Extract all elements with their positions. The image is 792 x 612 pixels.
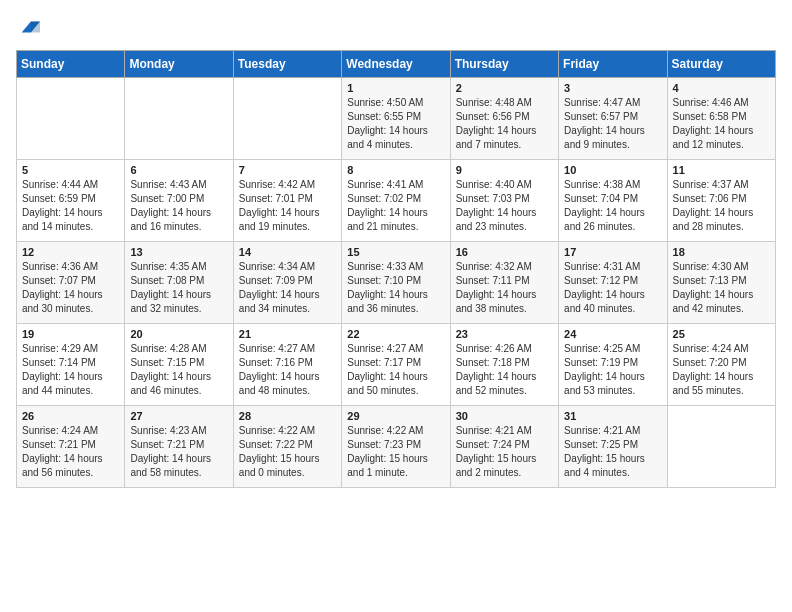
calendar-cell: 25Sunrise: 4:24 AM Sunset: 7:20 PM Dayli… (667, 324, 775, 406)
day-number: 31 (564, 410, 661, 422)
day-number: 1 (347, 82, 444, 94)
day-number: 8 (347, 164, 444, 176)
cell-content: Sunrise: 4:29 AM Sunset: 7:14 PM Dayligh… (22, 342, 119, 398)
day-number: 28 (239, 410, 336, 422)
day-number: 13 (130, 246, 227, 258)
day-number: 25 (673, 328, 770, 340)
calendar-cell: 3Sunrise: 4:47 AM Sunset: 6:57 PM Daylig… (559, 78, 667, 160)
cell-content: Sunrise: 4:27 AM Sunset: 7:16 PM Dayligh… (239, 342, 336, 398)
cell-content: Sunrise: 4:28 AM Sunset: 7:15 PM Dayligh… (130, 342, 227, 398)
cell-content: Sunrise: 4:33 AM Sunset: 7:10 PM Dayligh… (347, 260, 444, 316)
day-number: 2 (456, 82, 553, 94)
cell-content: Sunrise: 4:25 AM Sunset: 7:19 PM Dayligh… (564, 342, 661, 398)
calendar-cell: 2Sunrise: 4:48 AM Sunset: 6:56 PM Daylig… (450, 78, 558, 160)
column-header-tuesday: Tuesday (233, 51, 341, 78)
cell-content: Sunrise: 4:22 AM Sunset: 7:22 PM Dayligh… (239, 424, 336, 480)
day-number: 4 (673, 82, 770, 94)
day-number: 17 (564, 246, 661, 258)
calendar-cell: 15Sunrise: 4:33 AM Sunset: 7:10 PM Dayli… (342, 242, 450, 324)
day-number: 30 (456, 410, 553, 422)
cell-content: Sunrise: 4:47 AM Sunset: 6:57 PM Dayligh… (564, 96, 661, 152)
calendar-cell: 22Sunrise: 4:27 AM Sunset: 7:17 PM Dayli… (342, 324, 450, 406)
cell-content: Sunrise: 4:37 AM Sunset: 7:06 PM Dayligh… (673, 178, 770, 234)
day-number: 24 (564, 328, 661, 340)
calendar-cell: 18Sunrise: 4:30 AM Sunset: 7:13 PM Dayli… (667, 242, 775, 324)
calendar-cell: 14Sunrise: 4:34 AM Sunset: 7:09 PM Dayli… (233, 242, 341, 324)
calendar-cell (233, 78, 341, 160)
day-number: 11 (673, 164, 770, 176)
cell-content: Sunrise: 4:44 AM Sunset: 6:59 PM Dayligh… (22, 178, 119, 234)
calendar-cell: 4Sunrise: 4:46 AM Sunset: 6:58 PM Daylig… (667, 78, 775, 160)
calendar-cell: 16Sunrise: 4:32 AM Sunset: 7:11 PM Dayli… (450, 242, 558, 324)
cell-content: Sunrise: 4:46 AM Sunset: 6:58 PM Dayligh… (673, 96, 770, 152)
calendar-cell: 13Sunrise: 4:35 AM Sunset: 7:08 PM Dayli… (125, 242, 233, 324)
cell-content: Sunrise: 4:26 AM Sunset: 7:18 PM Dayligh… (456, 342, 553, 398)
calendar-cell: 31Sunrise: 4:21 AM Sunset: 7:25 PM Dayli… (559, 406, 667, 488)
calendar-cell: 12Sunrise: 4:36 AM Sunset: 7:07 PM Dayli… (17, 242, 125, 324)
day-number: 20 (130, 328, 227, 340)
day-number: 18 (673, 246, 770, 258)
cell-content: Sunrise: 4:32 AM Sunset: 7:11 PM Dayligh… (456, 260, 553, 316)
day-number: 26 (22, 410, 119, 422)
calendar-week-row: 26Sunrise: 4:24 AM Sunset: 7:21 PM Dayli… (17, 406, 776, 488)
calendar-cell: 23Sunrise: 4:26 AM Sunset: 7:18 PM Dayli… (450, 324, 558, 406)
day-number: 14 (239, 246, 336, 258)
day-number: 22 (347, 328, 444, 340)
cell-content: Sunrise: 4:40 AM Sunset: 7:03 PM Dayligh… (456, 178, 553, 234)
day-number: 29 (347, 410, 444, 422)
calendar-table: SundayMondayTuesdayWednesdayThursdayFrid… (16, 50, 776, 488)
calendar-cell: 6Sunrise: 4:43 AM Sunset: 7:00 PM Daylig… (125, 160, 233, 242)
day-number: 10 (564, 164, 661, 176)
page-header (16, 16, 776, 38)
cell-content: Sunrise: 4:21 AM Sunset: 7:24 PM Dayligh… (456, 424, 553, 480)
logo (16, 16, 40, 38)
column-header-saturday: Saturday (667, 51, 775, 78)
cell-content: Sunrise: 4:24 AM Sunset: 7:20 PM Dayligh… (673, 342, 770, 398)
calendar-cell: 26Sunrise: 4:24 AM Sunset: 7:21 PM Dayli… (17, 406, 125, 488)
calendar-cell (125, 78, 233, 160)
cell-content: Sunrise: 4:34 AM Sunset: 7:09 PM Dayligh… (239, 260, 336, 316)
calendar-week-row: 19Sunrise: 4:29 AM Sunset: 7:14 PM Dayli… (17, 324, 776, 406)
column-header-monday: Monday (125, 51, 233, 78)
calendar-cell: 7Sunrise: 4:42 AM Sunset: 7:01 PM Daylig… (233, 160, 341, 242)
cell-content: Sunrise: 4:22 AM Sunset: 7:23 PM Dayligh… (347, 424, 444, 480)
day-number: 27 (130, 410, 227, 422)
calendar-week-row: 1Sunrise: 4:50 AM Sunset: 6:55 PM Daylig… (17, 78, 776, 160)
calendar-header-row: SundayMondayTuesdayWednesdayThursdayFrid… (17, 51, 776, 78)
calendar-cell: 8Sunrise: 4:41 AM Sunset: 7:02 PM Daylig… (342, 160, 450, 242)
calendar-cell: 30Sunrise: 4:21 AM Sunset: 7:24 PM Dayli… (450, 406, 558, 488)
calendar-cell: 21Sunrise: 4:27 AM Sunset: 7:16 PM Dayli… (233, 324, 341, 406)
column-header-friday: Friday (559, 51, 667, 78)
cell-content: Sunrise: 4:24 AM Sunset: 7:21 PM Dayligh… (22, 424, 119, 480)
cell-content: Sunrise: 4:38 AM Sunset: 7:04 PM Dayligh… (564, 178, 661, 234)
calendar-cell: 24Sunrise: 4:25 AM Sunset: 7:19 PM Dayli… (559, 324, 667, 406)
day-number: 5 (22, 164, 119, 176)
cell-content: Sunrise: 4:36 AM Sunset: 7:07 PM Dayligh… (22, 260, 119, 316)
day-number: 12 (22, 246, 119, 258)
cell-content: Sunrise: 4:21 AM Sunset: 7:25 PM Dayligh… (564, 424, 661, 480)
cell-content: Sunrise: 4:41 AM Sunset: 7:02 PM Dayligh… (347, 178, 444, 234)
day-number: 15 (347, 246, 444, 258)
calendar-cell: 5Sunrise: 4:44 AM Sunset: 6:59 PM Daylig… (17, 160, 125, 242)
cell-content: Sunrise: 4:27 AM Sunset: 7:17 PM Dayligh… (347, 342, 444, 398)
calendar-cell (17, 78, 125, 160)
day-number: 21 (239, 328, 336, 340)
column-header-sunday: Sunday (17, 51, 125, 78)
calendar-cell: 20Sunrise: 4:28 AM Sunset: 7:15 PM Dayli… (125, 324, 233, 406)
cell-content: Sunrise: 4:35 AM Sunset: 7:08 PM Dayligh… (130, 260, 227, 316)
calendar-cell (667, 406, 775, 488)
cell-content: Sunrise: 4:42 AM Sunset: 7:01 PM Dayligh… (239, 178, 336, 234)
cell-content: Sunrise: 4:43 AM Sunset: 7:00 PM Dayligh… (130, 178, 227, 234)
day-number: 7 (239, 164, 336, 176)
calendar-body: 1Sunrise: 4:50 AM Sunset: 6:55 PM Daylig… (17, 78, 776, 488)
day-number: 16 (456, 246, 553, 258)
calendar-week-row: 12Sunrise: 4:36 AM Sunset: 7:07 PM Dayli… (17, 242, 776, 324)
calendar-cell: 28Sunrise: 4:22 AM Sunset: 7:22 PM Dayli… (233, 406, 341, 488)
logo-icon (18, 16, 40, 38)
day-number: 6 (130, 164, 227, 176)
day-number: 3 (564, 82, 661, 94)
day-number: 23 (456, 328, 553, 340)
cell-content: Sunrise: 4:50 AM Sunset: 6:55 PM Dayligh… (347, 96, 444, 152)
calendar-cell: 11Sunrise: 4:37 AM Sunset: 7:06 PM Dayli… (667, 160, 775, 242)
cell-content: Sunrise: 4:31 AM Sunset: 7:12 PM Dayligh… (564, 260, 661, 316)
